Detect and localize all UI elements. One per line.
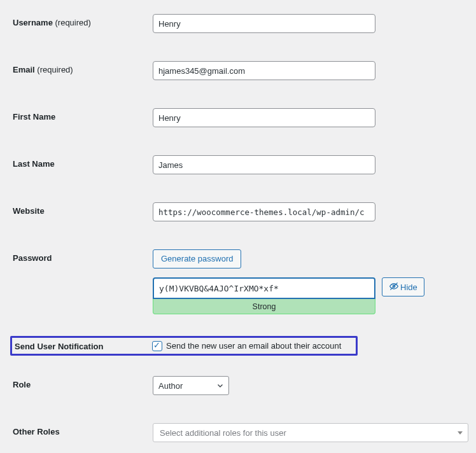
label-send-user-notification: Send User Notification xyxy=(15,342,103,351)
label-other-roles: Other Roles xyxy=(13,427,60,436)
row-other-roles: Other Roles Select additional roles for … xyxy=(13,417,463,449)
add-new-user-form: Username (required) Email (required) Fir… xyxy=(0,0,476,453)
password-input[interactable] xyxy=(153,277,375,299)
website-input[interactable] xyxy=(153,202,375,221)
row-send-user-notification: Send User Notification Send the new user… xyxy=(10,336,358,356)
last-name-input[interactable] xyxy=(153,155,375,174)
caret-down-icon xyxy=(458,431,463,435)
label-role: Role xyxy=(13,380,31,389)
hide-password-button[interactable]: Hide xyxy=(382,277,424,296)
generate-password-button[interactable]: Generate password xyxy=(153,249,241,268)
row-last-name: Last Name xyxy=(13,149,463,181)
other-roles-select[interactable]: Select additional roles for this user xyxy=(153,423,468,442)
row-website: Website xyxy=(13,196,463,228)
send-notification-checkbox[interactable] xyxy=(152,341,162,351)
row-role: Role Author xyxy=(13,370,463,401)
label-password: Password xyxy=(13,253,52,263)
email-input[interactable] xyxy=(153,61,375,80)
label-email: Email (required) xyxy=(13,65,73,74)
row-first-name: First Name xyxy=(13,102,463,134)
role-select[interactable]: Author xyxy=(153,376,229,395)
label-last-name: Last Name xyxy=(13,159,55,169)
username-input[interactable] xyxy=(153,14,375,33)
send-notification-text: Send the new user an email about their a… xyxy=(166,341,341,351)
row-password: Password Generate password Strong xyxy=(13,243,463,321)
row-email: Email (required) xyxy=(13,55,463,87)
chevron-down-icon xyxy=(216,381,225,392)
eye-slash-icon xyxy=(389,281,400,293)
password-strength-meter: Strong xyxy=(153,299,375,314)
row-username: Username (required) xyxy=(13,8,463,39)
label-website: Website xyxy=(13,206,45,216)
first-name-input[interactable] xyxy=(153,108,375,127)
label-username: Username (required) xyxy=(13,18,91,27)
label-first-name: First Name xyxy=(13,112,55,122)
